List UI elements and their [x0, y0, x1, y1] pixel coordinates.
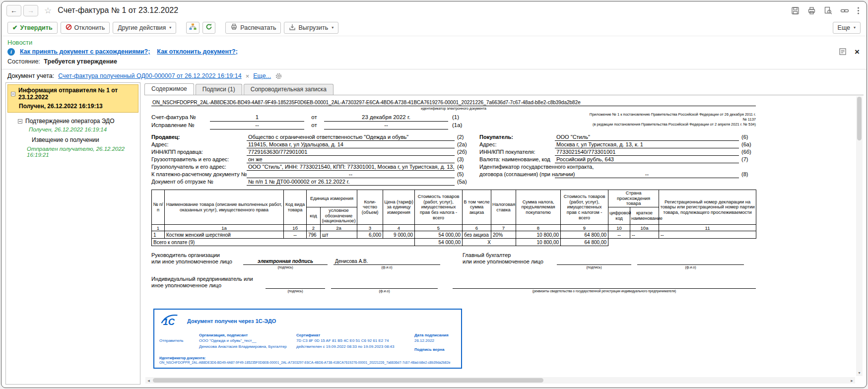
- toolbar: ✔ Утвердить Отклонить Другие действия▾ Р…: [1, 19, 867, 36]
- state-value: Требуется утверждение: [44, 58, 117, 65]
- printer-icon: [230, 23, 238, 32]
- more-button[interactable]: Еще▾: [833, 22, 861, 34]
- stamp-cert-validity: действителен с 19.09.2022 08:33 по 19.09…: [296, 344, 414, 349]
- state-label: Состояние:: [7, 58, 40, 65]
- news-link-accept[interactable]: Как принять документ с расхождениями?;: [20, 48, 150, 55]
- link-icon[interactable]: [840, 6, 849, 15]
- horizontal-scrollbar-thumb[interactable]: [153, 378, 543, 383]
- document-tree: Информация отправителя № 1 от 23.12.2022…: [5, 82, 140, 385]
- tab-cover-note[interactable]: Сопроводительная записка: [244, 84, 334, 95]
- horizontal-scrollbar[interactable]: ◂ ▸: [145, 377, 855, 384]
- total-row: Всего к оплате (9) 54 000,00 X 10 800,00…: [152, 239, 756, 246]
- export-icon: [289, 24, 296, 32]
- edo-stamp: 1С Документ получен через 1С-ЭДО Отправи…: [153, 309, 462, 369]
- info-icon: i: [7, 48, 15, 56]
- invoice-number: 1: [210, 114, 304, 122]
- electronic-signature: электронная подпись: [243, 258, 328, 265]
- gear-icon[interactable]: [275, 72, 282, 80]
- stamp-sender-label: Отправитель: [159, 332, 199, 352]
- collapse-icon[interactable]: [18, 119, 22, 124]
- reject-icon: [66, 24, 72, 32]
- accounting-doc-line: Документ учета: Счет-фактура полученный …: [1, 69, 867, 82]
- stamp-title: Документ получен через 1С-ЭДО: [187, 318, 276, 324]
- close-news-button[interactable]: ×: [855, 48, 860, 56]
- item-row: 1 Костюм женский шерстяной -- 796 шт 6,0…: [152, 231, 756, 239]
- news-section: Новости: [1, 36, 867, 46]
- regulation-note: Приложение № 1 к постановлению Правитель…: [585, 112, 756, 127]
- stamp-signer: Денисова Анастасия Владимировна, Бухгалт…: [199, 344, 296, 349]
- document-panel: Содержимое Подписи (1) Сопроводительная …: [144, 82, 864, 385]
- stamp-valid-label: Подпись верна: [414, 347, 456, 352]
- news-list-icon[interactable]: [839, 48, 847, 56]
- document-view: ON_NSCHFDOPPR_2AL-AB8DE3D6-BD49-4A87-9F4…: [144, 95, 864, 385]
- stamp-sign-date: 26.12.2022: [414, 338, 456, 343]
- buyer-block: Покупатель:ООО "Стиль"(6) Адрес:Москва г…: [471, 133, 756, 186]
- accounting-doc-link[interactable]: Счет-фактура полученный ОД00-000007 от 2…: [58, 72, 241, 79]
- preview-icon[interactable]: [824, 6, 832, 15]
- edo-structure-icon: [189, 23, 197, 32]
- back-button[interactable]: ←: [6, 5, 21, 16]
- news-link-reject[interactable]: Как отклонить документ?;: [157, 48, 238, 55]
- column-numbering-row: 11а1б 22а3 456 789 1010а11: [152, 225, 756, 231]
- edo-structure-button[interactable]: [186, 22, 200, 34]
- tab-content[interactable]: Содержимое: [144, 83, 194, 95]
- parties-section: Продавец:Общество с ограниченной ответст…: [151, 133, 756, 186]
- titlebar: ← → ☆ Счет-фактура № 1 от 23.12.2022: [1, 1, 867, 19]
- news-header[interactable]: Новости: [7, 39, 32, 46]
- save-icon[interactable]: [791, 6, 800, 15]
- tree-item-status: Получен, 26.12.2022 16:19:14: [18, 127, 137, 132]
- scroll-left-button[interactable]: ◂: [145, 377, 152, 384]
- scroll-down-button[interactable]: ▾: [856, 370, 863, 376]
- more-menu-icon[interactable]: [857, 6, 860, 15]
- items-table: № п/п Наименование товара (описание выпо…: [151, 190, 756, 246]
- tab-bar: Содержимое Подписи (1) Сопроводительная …: [144, 82, 864, 95]
- tree-item-title: Извещение о получении: [32, 136, 99, 143]
- tab-signatures[interactable]: Подписи (1): [196, 84, 242, 95]
- tree-item-receipt-notice[interactable]: Извещение о получении: [6, 132, 140, 143]
- invoice-document: ON_NSCHFDOPPR_2AL-AB8DE3D6-BD49-4A87-9F4…: [151, 99, 761, 369]
- clear-doc-button[interactable]: ×: [246, 72, 250, 80]
- 1c-logo: 1С: [159, 313, 179, 328]
- tree-item-title: Информация отправителя № 1 от 23.12.2022: [18, 87, 135, 101]
- print-document-button[interactable]: Распечатать: [225, 22, 281, 34]
- head-name: Денисова А.В.: [334, 258, 440, 265]
- vertical-scrollbar-thumb[interactable]: [857, 97, 862, 140]
- tree-item-title: Подтверждение оператора ЭДО: [25, 118, 115, 125]
- collapse-icon[interactable]: [11, 92, 15, 96]
- back-icon: ←: [10, 6, 17, 14]
- approve-check-icon: ✔: [12, 24, 17, 31]
- tree-item-status: Отправлен получателю, 26.12.2022 16:19:2…: [6, 146, 140, 158]
- other-actions-button[interactable]: Другие действия▾: [113, 22, 176, 34]
- doc-more-link[interactable]: Еще...: [253, 72, 271, 79]
- news-banner: i Как принять документ с расхождениями?;…: [1, 46, 867, 57]
- export-button[interactable]: Выгрузить▾: [284, 22, 338, 34]
- favorite-star-icon[interactable]: ☆: [44, 5, 52, 16]
- seller-block: Продавец:Общество с ограниченной ответст…: [151, 133, 471, 186]
- refresh-button[interactable]: [202, 22, 215, 34]
- stamp-org-name: ООО "Одежда и обувь"_тест__: [199, 338, 296, 343]
- doc-identifier-caption: идентификатор электронного документа: [151, 107, 756, 110]
- tree-item-sender-info[interactable]: Информация отправителя № 1 от 23.12.2022…: [7, 84, 138, 113]
- chevron-down-icon: ▾: [332, 25, 334, 30]
- scroll-right-button[interactable]: ▸: [849, 377, 855, 384]
- svg-text:1С: 1С: [163, 317, 175, 326]
- signatures-section: Руководитель организацииили иное уполном…: [151, 252, 756, 294]
- doc-identifier: ON_NSCHFDOPPR_2AL-AB8DE3D6-BD49-4A87-9F4…: [151, 99, 756, 106]
- state-line: Состояние: Требуется утверждение: [1, 57, 867, 67]
- chevron-down-icon: ▾: [169, 25, 171, 30]
- reject-button[interactable]: Отклонить: [61, 22, 110, 34]
- chevron-down-icon: ▾: [854, 25, 856, 30]
- main-area: Информация отправителя № 1 от 23.12.2022…: [5, 82, 864, 385]
- invoice-date: 23 декабря 2022 г.: [324, 114, 448, 122]
- accounting-doc-label: Документ учета:: [7, 72, 54, 79]
- stamp-cert-number: 7D C3 8F 0D 15 AF 81 B5 4C E0 51 C6 92 6…: [296, 338, 414, 343]
- print-icon[interactable]: [807, 6, 816, 15]
- tree-item-operator-confirmation[interactable]: Подтверждение оператора ЭДО Получен, 26.…: [6, 114, 140, 132]
- forward-button[interactable]: →: [23, 5, 38, 16]
- approve-button[interactable]: ✔ Утвердить: [7, 22, 58, 34]
- app-window: ← → ☆ Счет-фактура № 1 от 23.12.2022 ✔: [1, 1, 867, 388]
- refresh-icon: [205, 23, 212, 32]
- page-title: Счет-фактура № 1 от 23.12.2022: [58, 6, 178, 15]
- vertical-scrollbar[interactable]: ▾: [856, 96, 863, 376]
- forward-icon: →: [27, 6, 34, 14]
